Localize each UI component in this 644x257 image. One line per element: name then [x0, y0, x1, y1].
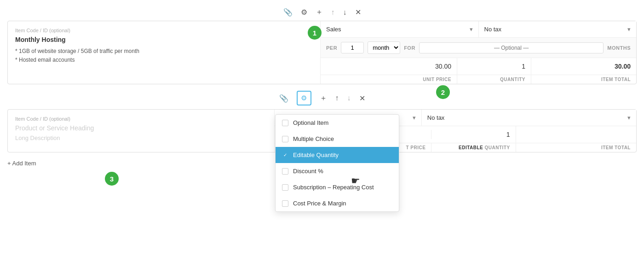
price-cell2-total [516, 130, 636, 139]
checkbox-subscription[interactable] [282, 184, 288, 191]
per-value-input[interactable] [341, 42, 364, 53]
unit-price-label: UNIT PRICE [321, 75, 457, 84]
quantity-value-2: 1 [506, 131, 510, 138]
tax-arrow-icon-2: ▾ [627, 114, 631, 121]
balloon-1: 1 [308, 26, 322, 40]
item-total-label: ITEM TOTAL [531, 75, 636, 84]
checkbox-optional[interactable] [282, 120, 288, 126]
item-code-label-1: Item Code / ID (optional) [15, 28, 313, 33]
per-label: PER [326, 45, 337, 51]
item-left-2: Item Code / ID (optional) Product or Ser… [8, 110, 275, 152]
paperclip-icon-2[interactable]: 📎 [279, 94, 288, 103]
up-arrow-icon-1[interactable]: ↑ [331, 8, 335, 17]
price-label-row-1: UNIT PRICE QUANTITY ITEM TOTAL [321, 75, 636, 84]
quantity-label: QUANTITY [457, 75, 531, 84]
menu-item-multiple-choice[interactable]: Multiple Choice [276, 131, 399, 147]
down-arrow-icon-1[interactable]: ↓ [343, 8, 347, 17]
paperclip-icon[interactable]: 📎 [283, 8, 293, 17]
close-icon-2[interactable]: ✕ [359, 94, 365, 103]
item-name-1[interactable]: Monthly Hosting [15, 36, 313, 43]
optional-input[interactable] [419, 42, 604, 53]
toolbar-2: 📎 ⚙ ＋ ↑ ↓ ✕ [7, 84, 637, 109]
item-total-cell: 30.00 [531, 58, 636, 75]
item-code-label-2: Item Code / ID (optional) [15, 116, 267, 122]
unit-price-cell[interactable]: 30.00 [321, 58, 457, 75]
close-icon-1[interactable]: ✕ [355, 8, 361, 17]
tax-arrow-icon: ▾ [627, 26, 631, 33]
checkmark-icon: ✓ [283, 152, 287, 158]
toolbar-1: 📎 ⚙ ＋ ↑ ↓ ✕ [7, 5, 637, 21]
checkbox-multiple-choice[interactable] [282, 136, 288, 142]
balloon-2: 2 [436, 85, 450, 99]
item-right-top-1: Sales ▾ No tax ▾ [321, 21, 636, 38]
item-total-value: 30.00 [615, 63, 631, 70]
item-left-1: Item Code / ID (optional) Monthly Hostin… [8, 21, 321, 84]
checkbox-cost-price[interactable] [282, 200, 288, 207]
gear-dropdown-menu: Optional Item Multiple Choice ✓ Editable… [275, 114, 399, 212]
up-arrow-icon-2[interactable]: ↑ [335, 94, 339, 102]
item-right-1: Sales ▾ No tax ▾ PER month FOR MONTHS [321, 21, 636, 84]
menu-item-discount[interactable]: Discount % [276, 163, 399, 179]
product-heading-placeholder[interactable]: Product or Service Heading [15, 124, 267, 132]
no-tax-dropdown[interactable]: No tax ▾ [479, 21, 637, 37]
for-label: FOR [404, 45, 415, 51]
price-row-1: 30.00 1 30.00 [321, 58, 636, 75]
months-label: MONTHS [607, 45, 631, 51]
menu-item-cost-price[interactable]: Cost Price & Margin [276, 195, 399, 211]
blank-arrow-icon: ▾ [413, 114, 416, 121]
down-arrow-icon-2[interactable]: ↓ [347, 94, 351, 102]
menu-item-optional[interactable]: Optional Item [276, 115, 399, 131]
unit-price-value: 30.00 [435, 63, 451, 70]
gear-icon-1[interactable]: ⚙ [301, 8, 307, 17]
price-label-qty-2: EDITABLE QUANTITY [431, 143, 516, 152]
gear-button-2[interactable]: ⚙ [297, 91, 311, 105]
menu-item-editable-quantity[interactable]: ✓ Editable Quantity [276, 147, 399, 163]
plus-icon-2[interactable]: ＋ [320, 93, 327, 103]
menu-item-subscription[interactable]: Subscription – Repeating Cost [276, 179, 399, 195]
plus-icon-1[interactable]: ＋ [316, 7, 323, 17]
price-label-total-2: ITEM TOTAL [516, 143, 636, 152]
checkbox-discount[interactable] [282, 168, 288, 175]
no-tax-dropdown-2[interactable]: No tax ▾ [422, 110, 636, 126]
editable-badge: EDITABLE [459, 145, 483, 150]
long-desc-placeholder[interactable]: Long Description [15, 134, 267, 141]
sales-dropdown[interactable]: Sales ▾ [321, 21, 479, 37]
item-desc-1: * 1GB of website storage / 5GB of traffi… [15, 47, 313, 64]
checkbox-editable-quantity[interactable]: ✓ [282, 152, 288, 158]
quantity-cell[interactable]: 1 [457, 58, 531, 75]
period-select[interactable]: month [368, 41, 400, 54]
quantity-value: 1 [522, 63, 525, 70]
price-cell2-qty[interactable]: 1 [431, 126, 516, 143]
subscription-row: PER month FOR MONTHS [321, 38, 636, 58]
balloon-3: 3 [105, 172, 119, 186]
sales-arrow-icon: ▾ [470, 26, 473, 33]
item-row-1: Item Code / ID (optional) Monthly Hostin… [7, 21, 637, 84]
